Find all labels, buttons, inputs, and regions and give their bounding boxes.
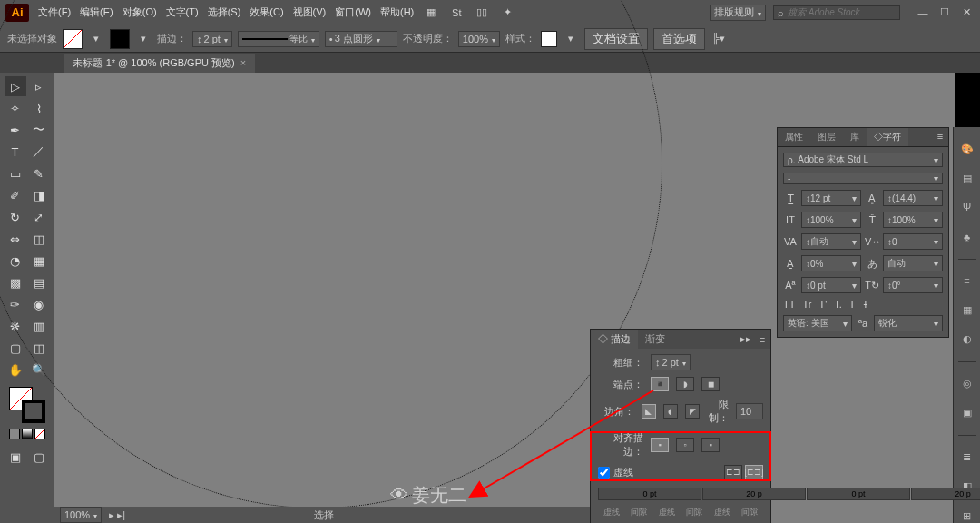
dash-checkbox[interactable] xyxy=(598,467,610,479)
dotted-circle-path[interactable] xyxy=(0,0,662,508)
vert-scale-field[interactable]: ↕100%▾ xyxy=(801,212,861,228)
panel-menu-icon[interactable]: ≡ xyxy=(754,331,770,348)
corner-bevel-button[interactable]: ◤ xyxy=(685,404,700,419)
gradient-panel-icon[interactable]: ▦ xyxy=(957,303,977,318)
caps-strike[interactable]: Ŧ xyxy=(863,299,869,310)
cap-project-button[interactable]: ◼ xyxy=(701,377,720,391)
cap-butt-button[interactable]: ◾ xyxy=(651,377,669,391)
baseline-icon: A̱ xyxy=(783,258,798,270)
stock-search[interactable]: ⌕ xyxy=(773,5,900,20)
window-min-icon[interactable]: ― xyxy=(915,5,931,21)
tab-character[interactable]: ◇字符 xyxy=(867,128,908,146)
nav-arrows[interactable]: ▸ ▸| xyxy=(109,509,125,521)
caps-sub[interactable]: T. xyxy=(834,299,842,310)
search-icon: ⌕ xyxy=(778,7,784,18)
caps-tt[interactable]: TT xyxy=(783,299,795,310)
leading-field[interactable]: ↕(14.4)▾ xyxy=(883,190,943,206)
tool-hint: 选择 xyxy=(314,508,334,522)
dash-val-0[interactable] xyxy=(598,488,701,500)
watermark: 👁 姜无二 xyxy=(390,483,466,508)
char-panel-menu-icon[interactable]: ≡ xyxy=(932,128,948,144)
appearance-panel-icon[interactable]: ◎ xyxy=(957,377,977,391)
caps-tr[interactable]: Tr xyxy=(802,299,811,310)
align-inside-button[interactable]: ▫ xyxy=(676,438,694,452)
weight-field[interactable]: ↕2 pt xyxy=(651,354,691,370)
zoom-field[interactable]: 100% xyxy=(60,507,102,523)
dash-label-row: 虚线间隙 虚线间隙 虚线间隙 xyxy=(598,507,763,518)
dash-val-3[interactable] xyxy=(911,488,980,500)
screen-mode-full[interactable]: ▢ xyxy=(28,447,50,467)
align-panel-icon[interactable]: ≣ xyxy=(957,450,977,465)
font-style-field[interactable]: -▾ xyxy=(783,173,943,184)
dash-align-button[interactable]: [⊏⊐] xyxy=(745,465,763,479)
prefs-button[interactable]: 首选项 xyxy=(653,28,705,50)
autok-field[interactable]: 自动▾ xyxy=(883,255,943,271)
hscale-icon: T̂ xyxy=(865,214,879,226)
tab-stroke[interactable]: ◇ 描边 xyxy=(591,330,638,349)
cap-label: 端点： xyxy=(598,378,643,391)
rotate-icon: T↻ xyxy=(865,280,879,291)
baseline-field[interactable]: ↕0%▾ xyxy=(801,255,861,271)
swatches-panel-icon[interactable]: ▤ xyxy=(957,171,977,185)
horiz-scale-field[interactable]: ↕100%▾ xyxy=(883,212,943,228)
symbols-panel-icon[interactable]: ♣ xyxy=(957,229,977,243)
stroke-panel-icon[interactable]: ≡ xyxy=(957,273,977,288)
panel-collapse-icon[interactable]: ▸▸ xyxy=(738,331,754,348)
kerning-field[interactable]: ↕自动▾ xyxy=(801,233,861,250)
color-panel-icon[interactable]: 🎨 xyxy=(957,142,977,156)
right-dock: 🎨 ▤ Ψ ♣ ≡ ▦ ◐ ◎ ▣ ≣ ◧ ⊞ xyxy=(953,127,980,523)
caps-sup[interactable]: T' xyxy=(818,299,827,310)
aa-field[interactable]: 锐化▾ xyxy=(874,315,943,331)
weibo-icon: 👁 xyxy=(390,485,408,506)
font-size-field[interactable]: ↕12 pt▾ xyxy=(801,190,861,206)
dash-preserve-button[interactable]: ⊏⊐ xyxy=(724,465,742,479)
graphic-styles-icon[interactable]: ▣ xyxy=(957,406,977,420)
window-max-icon[interactable]: ☐ xyxy=(936,5,953,21)
transform-panel-icon[interactable]: ⊞ xyxy=(957,508,977,523)
hand-tool[interactable]: ✋ xyxy=(5,360,26,380)
weight-label: 粗细： xyxy=(598,356,643,370)
dash-label: 虚线 xyxy=(613,466,633,479)
transparency-panel-icon[interactable]: ◐ xyxy=(957,332,977,347)
stock-search-input[interactable] xyxy=(788,7,896,17)
corner-miter-button[interactable]: ◣ xyxy=(642,404,656,419)
align-outside-button[interactable]: ▪ xyxy=(701,438,720,452)
aa-icon: ªa xyxy=(856,318,870,329)
tab-properties[interactable]: 属性 xyxy=(778,128,810,146)
miter-label: 限制： xyxy=(707,398,729,425)
tab-layers[interactable]: 图层 xyxy=(810,128,843,146)
vscale-icon: IT xyxy=(783,214,798,225)
align-menu-icon[interactable]: ╠▾ xyxy=(710,31,727,47)
align-center-button[interactable]: ▪ xyxy=(651,438,669,452)
screen-mode-normal[interactable]: ▣ xyxy=(5,447,26,467)
main-area: ▷▹ ✧⌇ ✒〜 T／ ▭✎ ✐◨ ↻⤢ ⇔◫ ◔▦ ▩▤ ✑◉ ❋▥ ▢◫ ✋… xyxy=(0,73,980,523)
dash-val-1[interactable] xyxy=(702,488,806,500)
align-stroke-label: 对齐描边： xyxy=(598,431,643,459)
shift1-field[interactable]: ↕0 pt▾ xyxy=(801,277,861,293)
autok-icon: あ xyxy=(865,257,879,271)
color-mode-buttons[interactable] xyxy=(9,429,45,439)
kerning-icon: VA xyxy=(783,236,798,247)
layout-rules-dropdown[interactable]: 排版规则 xyxy=(710,5,766,21)
lang-field[interactable]: 英语: 美国▾ xyxy=(783,315,852,331)
stroke-panel: ◇ 描边 渐变 ▸▸ ≡ 粗细：↕2 pt 端点： ◾ ◗ ◼ 边角： ◣ ◖ … xyxy=(590,329,771,523)
tab-gradient[interactable]: 渐变 xyxy=(638,330,672,349)
shift-icon: Aª xyxy=(783,280,798,291)
miter-field[interactable]: 10 xyxy=(736,403,763,419)
cap-round-button[interactable]: ◗ xyxy=(676,377,694,391)
fill-stroke-control[interactable] xyxy=(9,387,45,423)
font-size-icon: T̲ xyxy=(783,192,798,204)
tab-libraries[interactable]: 库 xyxy=(843,128,867,146)
leading-icon: A͇ xyxy=(865,192,879,204)
corner-label: 边角： xyxy=(598,405,634,419)
tracking-field[interactable]: ↕0▾ xyxy=(883,233,943,250)
window-close-icon[interactable]: ✕ xyxy=(958,5,975,21)
brushes-panel-icon[interactable]: Ψ xyxy=(957,200,977,214)
dash-val-2[interactable] xyxy=(807,488,910,500)
dash-values-grid xyxy=(598,488,763,500)
shift2-field[interactable]: ↕0°▾ xyxy=(883,277,943,293)
caps-under[interactable]: T xyxy=(849,299,856,310)
tracking-icon: V↔ xyxy=(865,236,879,247)
corner-round-button[interactable]: ◖ xyxy=(663,404,678,419)
font-family-field[interactable]: ρ. Adobe 宋体 Std L▾ xyxy=(783,153,943,167)
